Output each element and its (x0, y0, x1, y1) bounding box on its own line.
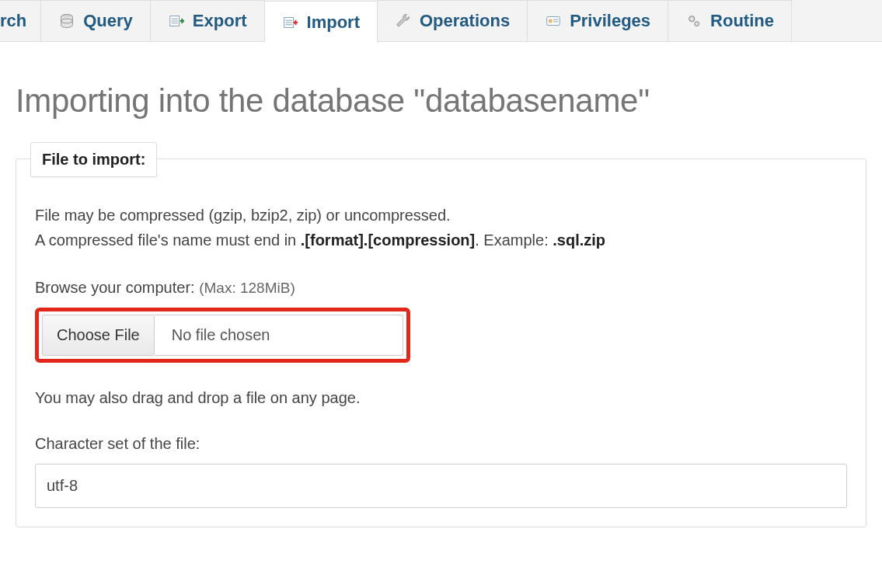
help-line-2-example: .sql.zip (553, 231, 605, 249)
tab-search[interactable]: rch (0, 0, 41, 41)
export-icon (168, 12, 185, 30)
svg-point-17 (696, 23, 698, 25)
choose-file-button[interactable]: Choose File (42, 315, 155, 356)
charset-label: Character set of the file: (35, 435, 847, 453)
wrench-icon (395, 12, 412, 30)
tab-label: Export (193, 11, 247, 31)
drag-drop-hint: You may also drag and drop a file on any… (35, 389, 847, 407)
file-input-highlight: Choose File No file chosen (35, 308, 410, 363)
tab-export[interactable]: Export (151, 0, 265, 41)
main-content: Importing into the database "databasenam… (0, 42, 882, 546)
svg-point-11 (549, 19, 552, 23)
help-line-2: A compressed file's name must end in .[f… (35, 228, 847, 252)
browse-label-text: Browse your computer: (35, 279, 199, 296)
gears-icon (685, 12, 702, 30)
help-line-2-pre: A compressed file's name must end in (35, 231, 301, 249)
import-icon (282, 14, 299, 31)
tab-label: Privileges (570, 11, 650, 31)
browse-label: Browse your computer: (Max: 128MiB) (35, 279, 847, 297)
tab-label: rch (0, 11, 26, 31)
help-line-2-format: .[format].[compression] (301, 231, 475, 249)
tab-query[interactable]: Query (41, 0, 151, 41)
tab-routines[interactable]: Routine (668, 0, 792, 41)
page-title: Importing into the database "databasenam… (16, 82, 866, 120)
file-input-row: Choose File No file chosen (35, 308, 847, 363)
tab-label: Operations (420, 11, 510, 31)
svg-point-15 (691, 18, 692, 19)
tab-operations[interactable]: Operations (378, 0, 528, 41)
tab-label: Import (307, 12, 360, 33)
help-line-2-mid: . Example: (475, 231, 553, 249)
tab-label: Query (83, 11, 133, 31)
file-chosen-status: No file chosen (155, 315, 403, 356)
tab-label: Routine (710, 11, 774, 31)
charset-select[interactable]: utf-8 (35, 464, 847, 508)
tab-bar: rch Query Export Import Operations Privi… (0, 0, 882, 42)
file-import-fieldset: File to import: File may be compressed (… (16, 158, 866, 527)
fieldset-legend: File to import: (30, 142, 157, 177)
tab-import[interactable]: Import (265, 1, 378, 43)
help-line-1: File may be compressed (gzip, bzip2, zip… (35, 203, 847, 228)
privileges-icon (545, 12, 562, 30)
browse-max: (Max: 128MiB) (199, 280, 295, 296)
database-icon (58, 12, 75, 30)
tab-privileges[interactable]: Privileges (528, 0, 668, 41)
